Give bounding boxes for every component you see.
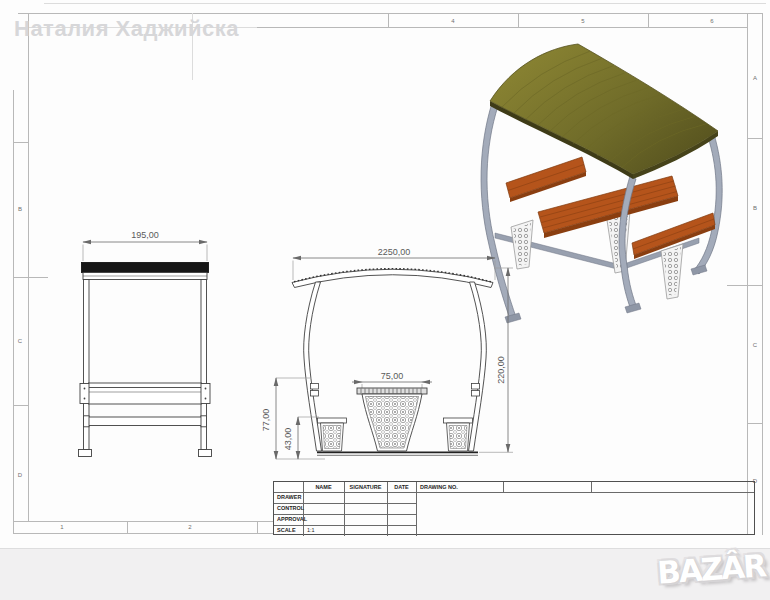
zone-label-right-c: C <box>749 342 761 348</box>
tb-row-control: CONTROL <box>277 503 304 514</box>
roof-arc <box>292 269 493 287</box>
zone-label-top-6: 6 <box>706 18 718 24</box>
tb-row-approval: APPROVAL <box>277 514 307 525</box>
zone-label-left-b: B <box>14 206 26 212</box>
frame-top-outer <box>18 13 763 14</box>
tb-row-scale: SCALE <box>277 525 296 536</box>
tb-line <box>591 482 592 492</box>
frame-bottom-inner <box>13 521 273 522</box>
foot <box>691 265 707 275</box>
dim-text-220: 220,00 <box>496 356 506 384</box>
extension-lines <box>83 245 207 262</box>
frame-top-inner-right <box>257 27 747 28</box>
tb-header-date: DATE <box>387 482 416 493</box>
pedestal-side-right <box>444 418 473 451</box>
zone-divider <box>747 138 763 139</box>
frame-bottom-outer <box>13 533 273 534</box>
tb-scale-value: 1:1 <box>307 525 315 536</box>
zone-divider <box>127 521 128 534</box>
post-left <box>304 282 322 451</box>
roof-canopy <box>490 44 718 179</box>
dim-text-2250: 2250,00 <box>378 247 411 257</box>
tb-line <box>416 482 417 536</box>
post-right <box>469 282 487 451</box>
pedestal-side-left <box>318 418 347 451</box>
frame-post-right <box>694 134 722 274</box>
watermark-text: Наталия Хаджийска <box>14 16 239 42</box>
plank-line <box>633 219 714 249</box>
zone-label-left-c: C <box>14 338 26 344</box>
front-view: 2250,00 75,00 <box>255 240 525 465</box>
tb-header-signature: SIGNATURE <box>344 482 387 493</box>
table-edge-band <box>357 388 427 394</box>
zone-divider <box>648 13 649 28</box>
dim-text-43: 43,00 <box>283 428 293 451</box>
zone-divider <box>257 521 258 534</box>
page-bottom-band <box>0 548 770 600</box>
center-tick-left <box>28 277 48 278</box>
bazar-logo: BAZÂR <box>656 547 766 590</box>
side-view: 195,00 <box>55 225 215 465</box>
zone-divider <box>518 13 519 28</box>
zone-divider <box>13 142 29 143</box>
frame-right-outer <box>762 13 763 535</box>
dim-text-77: 77,00 <box>261 409 271 432</box>
tb-row-drawer: DRAWER <box>277 492 301 503</box>
zone-label-top-5: 5 <box>577 18 589 24</box>
frame-left-inner <box>28 13 29 521</box>
tb-line <box>503 482 504 492</box>
dim-text-195: 195,00 <box>131 230 159 240</box>
zone-label-bottom-2: 2 <box>184 524 196 530</box>
zone-divider <box>388 13 389 28</box>
foot <box>625 303 641 313</box>
title-block: NAME SIGNATURE DATE DRAWING NO. DRAWER C… <box>273 481 755 535</box>
zone-label-bottom-1: 1 <box>56 524 68 530</box>
side-structure <box>79 263 212 457</box>
tb-header-name: NAME <box>303 482 344 493</box>
zone-label-top-4: 4 <box>447 18 459 24</box>
zone-divider <box>13 405 29 406</box>
zone-divider <box>13 277 29 278</box>
pedestal-center-pattern <box>366 397 419 449</box>
sheet-top-edge <box>44 3 766 4</box>
frame-left-outer <box>13 90 14 533</box>
zone-label-right-a: A <box>749 75 761 81</box>
zone-divider <box>747 423 763 424</box>
zone-divider <box>747 285 763 286</box>
drawing-sheet: 4 5 6 A B C D B C D 1 2 Наталия Хаджийск… <box>0 0 770 600</box>
zone-label-left-d: D <box>14 472 26 478</box>
tb-header-drawing-no: DRAWING NO. <box>420 482 458 493</box>
dim-text-75: 75,00 <box>381 371 404 381</box>
frame-right-inner <box>747 13 748 535</box>
zone-label-right-b: B <box>749 205 761 211</box>
